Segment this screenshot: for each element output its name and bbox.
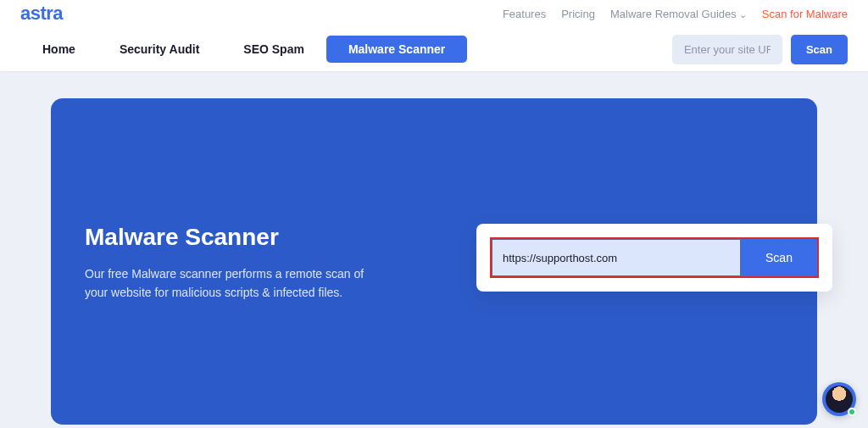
main-nav: Home Security Audit SEO Spam Malware Sca… [0,27,868,71]
scan-card: Scan [476,224,832,292]
nav-features[interactable]: Features [503,8,546,20]
chat-widget[interactable] [822,382,856,416]
brand-logo[interactable]: astra [20,3,63,25]
top-nav: Features Pricing Malware Removal Guides … [503,8,848,20]
tab-malware-scanner[interactable]: Malware Scanner [326,36,467,63]
hero-description: Our free Malware scanner performs a remo… [85,264,373,303]
tab-home[interactable]: Home [20,36,97,63]
nav-right: Scan [672,35,848,64]
nav-scan-cta[interactable]: Scan for Malware [762,8,848,20]
url-input-hero[interactable] [492,239,741,276]
top-header: astra Features Pricing Malware Removal G… [0,0,868,27]
nav-malware-guides[interactable]: Malware Removal Guides [610,8,747,20]
nav-pricing[interactable]: Pricing [561,8,595,20]
url-input-top[interactable] [672,35,782,64]
tab-seo-spam[interactable]: SEO Spam [221,36,326,63]
hero-panel: Malware Scanner Our free Malware scanner… [51,98,817,425]
nav-tabs: Home Security Audit SEO Spam Malware Sca… [20,36,467,63]
scan-button-hero[interactable]: Scan [741,239,817,276]
tab-security-audit[interactable]: Security Audit [97,36,221,63]
scan-highlight-box: Scan [490,237,819,278]
scan-button-top[interactable]: Scan [791,35,848,64]
status-online-icon [848,408,856,416]
